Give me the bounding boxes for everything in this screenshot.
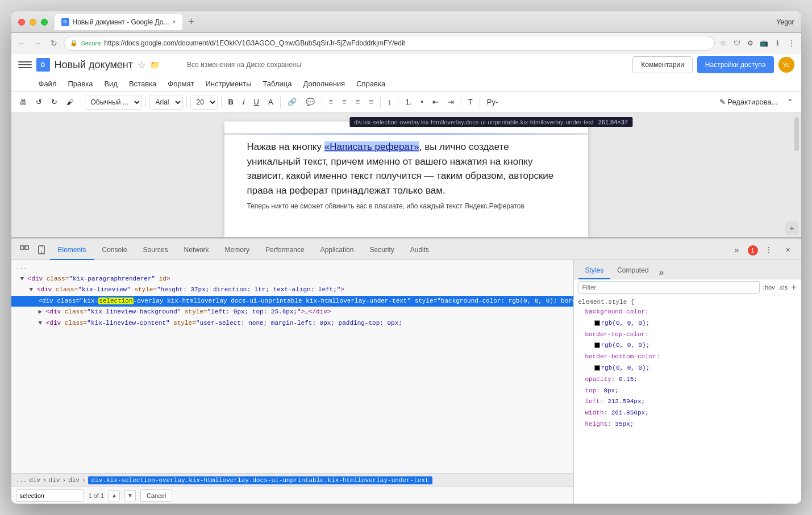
style-prop-height: height: 35px; [578,419,797,430]
italic-button[interactable]: I [239,95,248,110]
edit-mode-button[interactable]: ✎ Редактирова... [716,95,781,110]
tree-line-lineview-content[interactable]: ▼ <div class="kix-lineview-content" styl… [11,318,573,329]
paragraph-style-select[interactable]: Обычный ... [85,95,142,110]
star-icon[interactable]: ☆ [138,60,145,70]
menu-table[interactable]: Таблица [259,78,297,89]
font-family-select[interactable]: Arial [149,95,183,110]
minimize-window-button[interactable] [30,19,36,26]
devtools-menu-icon[interactable]: ⋮ [760,241,777,258]
redo-button[interactable]: ↻ [48,95,61,110]
justify-button[interactable]: ≡ [365,95,377,110]
breadcrumb-selected-element[interactable]: div.kix-selection-overlay.kix-htmlloverl… [88,476,432,484]
numbered-list-button[interactable]: 1. [402,95,415,110]
align-right-button[interactable]: ≡ [352,95,364,110]
filter-add-button[interactable]: + [791,282,796,292]
doc-highlighted-text[interactable]: «Написать реферат» [324,141,419,152]
tab-close-icon[interactable]: × [172,19,176,25]
color-swatch-border-bottom[interactable] [594,365,600,371]
hamburger-menu-icon[interactable] [18,58,32,72]
styles-tab-more-icon[interactable]: » [656,267,668,278]
color-swatch-border-top[interactable] [594,342,600,348]
comment-button[interactable]: 💬 [302,95,318,110]
collapse-toolbar-button[interactable]: ⌃ [784,95,797,110]
refresh-button[interactable]: ↻ [48,37,60,49]
print-button[interactable]: 🖶 [16,95,30,110]
scrollbar-bottom-button[interactable]: + [785,221,799,235]
tree-line-div-lineview[interactable]: ▼ <div class="kix-lineview" style="heigh… [11,284,573,296]
filter-hov-button[interactable]: :hov [763,284,775,291]
underline-button[interactable]: U [251,95,263,110]
breadcrumb-div-3[interactable]: div [68,477,80,484]
link-button[interactable]: 🔗 [284,95,300,110]
font-size-select[interactable]: 20 [190,95,218,110]
comments-button[interactable]: Комментарии [632,56,693,73]
indent-more-button[interactable]: ⇥ [444,95,457,110]
bold-button[interactable]: B [225,95,237,110]
color-swatch-bg[interactable] [594,320,600,326]
tab-performance[interactable]: Performance [257,241,313,260]
menu-help[interactable]: Справка [352,78,390,89]
more-icon[interactable]: ⋮ [786,38,797,48]
undo-button[interactable]: ↺ [32,95,45,110]
menu-tools[interactable]: Инструменты [201,78,256,89]
menu-file[interactable]: Файл [34,78,61,89]
tab-audits[interactable]: Audits [402,241,437,260]
tab-network[interactable]: Network [176,241,217,260]
tree-line-lineview-bg[interactable]: ▶ <div class="kix-lineview-background" s… [11,307,573,318]
info-icon[interactable]: ℹ [773,38,783,48]
filter-cls-button[interactable]: .cls [778,284,788,291]
bookmark-icon[interactable]: ☆ [718,38,728,48]
line-spacing-button[interactable]: ↕ [384,95,395,110]
search-next-button[interactable]: ▼ [124,490,136,501]
tab-elements[interactable]: Elements [50,241,94,260]
menu-insert[interactable]: Вставка [124,78,161,89]
cast-icon[interactable]: 📺 [759,38,769,48]
paint-format-button[interactable]: 🖌 [63,95,77,110]
clear-format-button[interactable]: T [465,95,476,110]
tab-console[interactable]: Console [94,241,135,260]
menu-format[interactable]: Формат [163,78,198,89]
indent-less-button[interactable]: ⇤ [429,95,442,110]
fullscreen-window-button[interactable] [41,19,48,26]
shield-icon[interactable]: 🛡 [732,38,742,48]
menu-edit[interactable]: Правка [63,78,97,89]
align-left-button[interactable]: ≡ [326,95,337,110]
menu-view[interactable]: Вид [99,78,122,89]
menu-addons[interactable]: Дополнения [298,78,349,89]
search-input[interactable] [16,489,84,502]
bullet-list-button[interactable]: • [417,95,427,110]
search-cancel-button[interactable]: Cancel [140,489,172,502]
devtools-close-icon[interactable]: × [780,241,797,258]
new-tab-button[interactable]: + [185,16,198,28]
back-button[interactable]: ← [16,37,28,49]
tree-arrow-4: ▼ [39,320,46,326]
styles-tab-styles[interactable]: Styles [578,262,611,279]
tree-line-div-paragraph[interactable]: ▼ <div class="kix-paragraphrenderer" id> [11,274,573,285]
styles-filter-input[interactable] [578,281,760,294]
breadcrumb-div-2[interactable]: div [49,477,60,484]
device-toolbar-icon[interactable] [33,241,50,258]
tab-application[interactable]: Application [313,241,362,260]
forward-button[interactable]: → [32,37,44,49]
tree-line-selection-overlay[interactable]: <div class="kix-selection-overlay kix-ht… [11,296,573,307]
language-button[interactable]: Ру- [484,95,502,110]
address-field[interactable]: 🔒 Secure https://docs.google.com/documen… [64,36,715,51]
search-prev-button[interactable]: ▲ [109,490,120,501]
scrollbar-vertical[interactable] [794,117,799,151]
styles-tab-computed[interactable]: Computed [610,262,655,279]
text-color-button[interactable]: A [265,95,277,110]
tab-sources[interactable]: Sources [135,241,176,260]
tab-memory[interactable]: Memory [217,241,257,260]
tab-security[interactable]: Security [361,241,402,260]
extension-icon[interactable]: ⚙ [746,38,756,48]
close-window-button[interactable] [18,19,25,26]
align-center-button[interactable]: ≡ [339,95,350,110]
browser-tab[interactable]: D Новый документ - Google До... × [55,14,183,30]
breadcrumb-div-1[interactable]: div [29,477,40,484]
svg-rect-1 [25,246,28,249]
inspect-element-icon[interactable] [16,241,33,258]
user-avatar[interactable]: Ye [778,57,794,73]
share-button[interactable]: Настройки доступа [697,56,774,73]
folder-icon[interactable]: 📁 [150,60,160,69]
more-tabs-icon[interactable]: » [728,241,746,258]
